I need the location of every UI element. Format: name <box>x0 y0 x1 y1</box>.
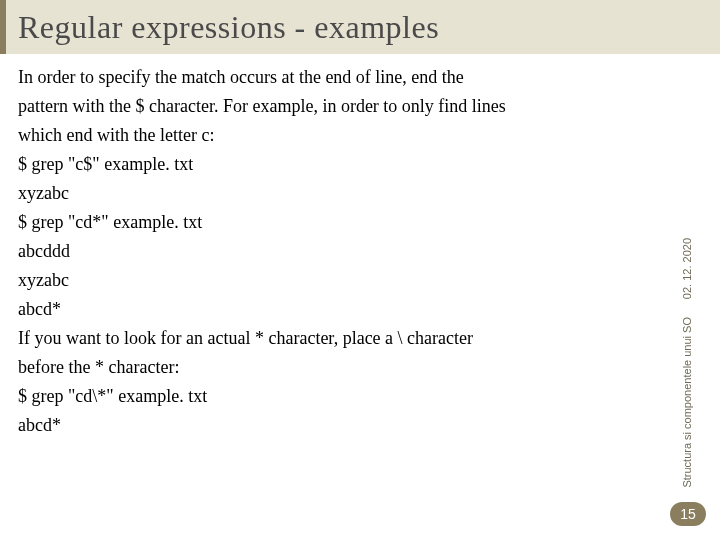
body-line: abcd* <box>18 412 650 439</box>
body-line: which end with the letter c: <box>18 122 650 149</box>
title-band: Regular expressions - examples <box>0 0 720 54</box>
body-line: xyzabc <box>18 180 650 207</box>
right-rail: 02. 12. 2020 Structura si componentele u… <box>664 60 712 532</box>
course-name: Structura si componentele unui SO <box>681 317 694 488</box>
body-line: $ grep "cd\*" example. txt <box>18 383 650 410</box>
body-line: pattern with the $ character. For exampl… <box>18 93 650 120</box>
body-line: before the * character: <box>18 354 650 381</box>
body-line: $ grep "cd*" example. txt <box>18 209 650 236</box>
slide-date: 02. 12. 2020 <box>681 238 694 299</box>
body-line: $ grep "c$" example. txt <box>18 151 650 178</box>
slide-title: Regular expressions - examples <box>18 9 439 46</box>
slide-body: In order to specify the match occurs at … <box>0 54 720 439</box>
body-line: abcd* <box>18 296 650 323</box>
body-line: xyzabc <box>18 267 650 294</box>
page-number-badge: 15 <box>670 502 706 526</box>
body-line: If you want to look for an actual * char… <box>18 325 650 352</box>
body-line: abcddd <box>18 238 650 265</box>
body-line: In order to specify the match occurs at … <box>18 64 650 91</box>
